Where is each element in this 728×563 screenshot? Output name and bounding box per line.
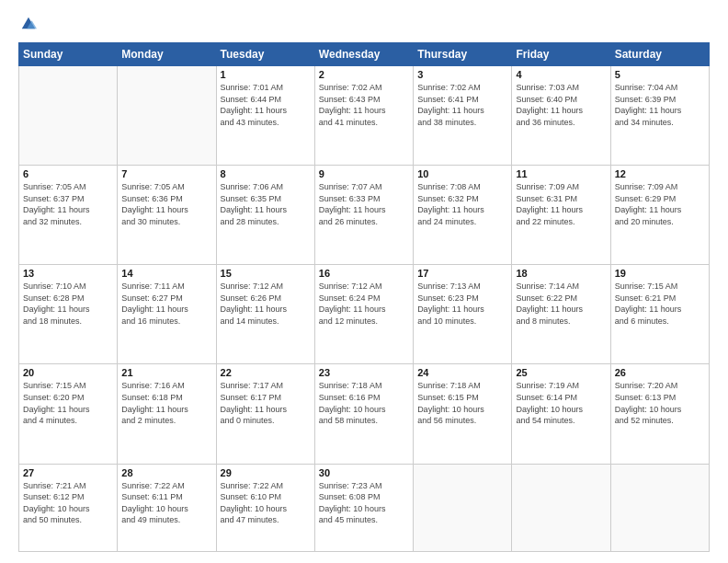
day-number: 29: [221, 467, 311, 478]
day-info: Sunrise: 7:16 AM Sunset: 6:18 PM Dayligh…: [121, 380, 211, 426]
day-info: Sunrise: 7:04 AM Sunset: 6:39 PM Dayligh…: [615, 82, 705, 128]
day-number: 27: [23, 467, 113, 478]
calendar-cell: 13Sunrise: 7:10 AM Sunset: 6:28 PM Dayli…: [19, 265, 118, 364]
day-number: 12: [615, 168, 705, 179]
calendar-header-row: SundayMondayTuesdayWednesdayThursdayFrid…: [19, 43, 710, 66]
day-info: Sunrise: 7:08 AM Sunset: 6:32 PM Dayligh…: [417, 181, 507, 227]
calendar-cell: 23Sunrise: 7:18 AM Sunset: 6:16 PM Dayli…: [314, 364, 413, 464]
day-number: 2: [319, 69, 409, 80]
day-number: 15: [221, 268, 311, 279]
calendar-cell: 1Sunrise: 7:01 AM Sunset: 6:44 PM Daylig…: [216, 66, 314, 166]
day-number: 4: [516, 69, 606, 80]
day-info: Sunrise: 7:02 AM Sunset: 6:41 PM Dayligh…: [417, 82, 507, 128]
calendar-cell: 21Sunrise: 7:16 AM Sunset: 6:18 PM Dayli…: [118, 364, 216, 464]
calendar-cell: 8Sunrise: 7:06 AM Sunset: 6:35 PM Daylig…: [216, 166, 314, 265]
logo-icon: [20, 15, 37, 31]
day-number: 3: [417, 69, 507, 80]
day-info: Sunrise: 7:19 AM Sunset: 6:14 PM Dayligh…: [516, 380, 606, 426]
calendar-week-1: 1Sunrise: 7:01 AM Sunset: 6:44 PM Daylig…: [19, 66, 710, 166]
day-number: 24: [417, 367, 507, 378]
day-number: 9: [319, 168, 409, 179]
day-info: Sunrise: 7:02 AM Sunset: 6:43 PM Dayligh…: [319, 82, 409, 128]
day-info: Sunrise: 7:20 AM Sunset: 6:13 PM Dayligh…: [615, 380, 705, 426]
calendar-cell: 3Sunrise: 7:02 AM Sunset: 6:41 PM Daylig…: [414, 66, 512, 166]
calendar-cell: 30Sunrise: 7:23 AM Sunset: 6:08 PM Dayli…: [314, 464, 413, 551]
day-number: 22: [221, 367, 311, 378]
calendar-cell: 16Sunrise: 7:12 AM Sunset: 6:24 PM Dayli…: [314, 265, 413, 364]
col-header-monday: Monday: [118, 43, 216, 66]
day-info: Sunrise: 7:18 AM Sunset: 6:16 PM Dayligh…: [319, 380, 409, 426]
calendar-cell: [512, 464, 610, 551]
calendar-cell: 5Sunrise: 7:04 AM Sunset: 6:39 PM Daylig…: [610, 66, 709, 166]
col-header-wednesday: Wednesday: [314, 43, 413, 66]
calendar-cell: 18Sunrise: 7:14 AM Sunset: 6:22 PM Dayli…: [512, 265, 610, 364]
day-info: Sunrise: 7:22 AM Sunset: 6:10 PM Dayligh…: [221, 480, 311, 526]
calendar-cell: [118, 66, 216, 166]
col-header-sunday: Sunday: [19, 43, 118, 66]
calendar-week-3: 13Sunrise: 7:10 AM Sunset: 6:28 PM Dayli…: [19, 265, 710, 364]
calendar-cell: [19, 66, 118, 166]
calendar-week-4: 20Sunrise: 7:15 AM Sunset: 6:20 PM Dayli…: [19, 364, 710, 464]
day-number: 7: [121, 168, 211, 179]
day-number: 10: [417, 168, 507, 179]
logo: [18, 17, 37, 33]
header: [18, 17, 710, 33]
day-info: Sunrise: 7:18 AM Sunset: 6:15 PM Dayligh…: [417, 380, 507, 426]
day-number: 28: [121, 467, 211, 478]
calendar-cell: 15Sunrise: 7:12 AM Sunset: 6:26 PM Dayli…: [216, 265, 314, 364]
calendar-cell: [414, 464, 512, 551]
calendar-week-5: 27Sunrise: 7:21 AM Sunset: 6:12 PM Dayli…: [19, 464, 710, 551]
day-number: 17: [417, 268, 507, 279]
calendar-cell: 25Sunrise: 7:19 AM Sunset: 6:14 PM Dayli…: [512, 364, 610, 464]
day-info: Sunrise: 7:03 AM Sunset: 6:40 PM Dayligh…: [516, 82, 606, 128]
calendar-cell: 26Sunrise: 7:20 AM Sunset: 6:13 PM Dayli…: [610, 364, 709, 464]
day-info: Sunrise: 7:09 AM Sunset: 6:29 PM Dayligh…: [615, 181, 705, 227]
day-number: 26: [615, 367, 705, 378]
calendar-cell: 24Sunrise: 7:18 AM Sunset: 6:15 PM Dayli…: [414, 364, 512, 464]
day-info: Sunrise: 7:23 AM Sunset: 6:08 PM Dayligh…: [319, 480, 409, 526]
day-info: Sunrise: 7:12 AM Sunset: 6:24 PM Dayligh…: [319, 281, 409, 327]
calendar-cell: 9Sunrise: 7:07 AM Sunset: 6:33 PM Daylig…: [314, 166, 413, 265]
day-number: 18: [516, 268, 606, 279]
day-number: 8: [221, 168, 311, 179]
calendar-cell: 29Sunrise: 7:22 AM Sunset: 6:10 PM Dayli…: [216, 464, 314, 551]
day-info: Sunrise: 7:21 AM Sunset: 6:12 PM Dayligh…: [23, 480, 113, 526]
day-info: Sunrise: 7:14 AM Sunset: 6:22 PM Dayligh…: [516, 281, 606, 327]
day-number: 11: [516, 168, 606, 179]
day-number: 30: [319, 467, 409, 478]
calendar-cell: 27Sunrise: 7:21 AM Sunset: 6:12 PM Dayli…: [19, 464, 118, 551]
col-header-tuesday: Tuesday: [216, 43, 314, 66]
day-number: 19: [615, 268, 705, 279]
col-header-thursday: Thursday: [414, 43, 512, 66]
calendar-cell: 28Sunrise: 7:22 AM Sunset: 6:11 PM Dayli…: [118, 464, 216, 551]
calendar-cell: 4Sunrise: 7:03 AM Sunset: 6:40 PM Daylig…: [512, 66, 610, 166]
calendar-table: SundayMondayTuesdayWednesdayThursdayFrid…: [18, 42, 710, 552]
calendar-week-2: 6Sunrise: 7:05 AM Sunset: 6:37 PM Daylig…: [19, 166, 710, 265]
calendar-cell: 17Sunrise: 7:13 AM Sunset: 6:23 PM Dayli…: [414, 265, 512, 364]
day-number: 20: [23, 367, 113, 378]
day-number: 6: [23, 168, 113, 179]
day-number: 5: [615, 69, 705, 80]
day-info: Sunrise: 7:10 AM Sunset: 6:28 PM Dayligh…: [23, 281, 113, 327]
day-info: Sunrise: 7:11 AM Sunset: 6:27 PM Dayligh…: [121, 281, 211, 327]
calendar-cell: 2Sunrise: 7:02 AM Sunset: 6:43 PM Daylig…: [314, 66, 413, 166]
day-number: 14: [121, 268, 211, 279]
day-info: Sunrise: 7:01 AM Sunset: 6:44 PM Dayligh…: [221, 82, 311, 128]
calendar-cell: 22Sunrise: 7:17 AM Sunset: 6:17 PM Dayli…: [216, 364, 314, 464]
day-number: 23: [319, 367, 409, 378]
day-number: 1: [221, 69, 311, 80]
page: SundayMondayTuesdayWednesdayThursdayFrid…: [0, 0, 728, 563]
day-info: Sunrise: 7:12 AM Sunset: 6:26 PM Dayligh…: [221, 281, 311, 327]
calendar-cell: 20Sunrise: 7:15 AM Sunset: 6:20 PM Dayli…: [19, 364, 118, 464]
day-info: Sunrise: 7:09 AM Sunset: 6:31 PM Dayligh…: [516, 181, 606, 227]
day-info: Sunrise: 7:05 AM Sunset: 6:37 PM Dayligh…: [23, 181, 113, 227]
day-number: 16: [319, 268, 409, 279]
day-info: Sunrise: 7:07 AM Sunset: 6:33 PM Dayligh…: [319, 181, 409, 227]
day-number: 13: [23, 268, 113, 279]
day-info: Sunrise: 7:22 AM Sunset: 6:11 PM Dayligh…: [121, 480, 211, 526]
day-number: 25: [516, 367, 606, 378]
day-number: 21: [121, 367, 211, 378]
calendar-cell: 12Sunrise: 7:09 AM Sunset: 6:29 PM Dayli…: [610, 166, 709, 265]
day-info: Sunrise: 7:15 AM Sunset: 6:21 PM Dayligh…: [615, 281, 705, 327]
day-info: Sunrise: 7:15 AM Sunset: 6:20 PM Dayligh…: [23, 380, 113, 426]
